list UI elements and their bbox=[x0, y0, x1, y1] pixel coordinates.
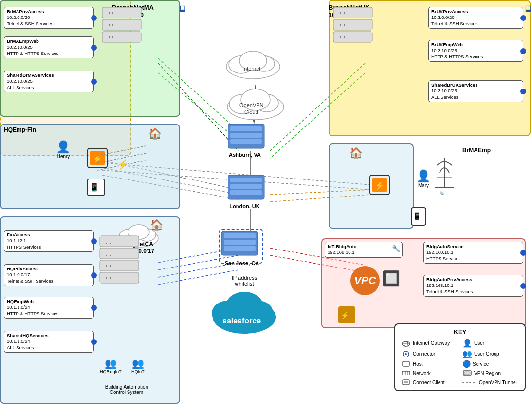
shared-hq-services-box: SharedHQServices 10.1.1.0/24 ALL Service… bbox=[4, 331, 94, 353]
salesforce-cloud: salesforce bbox=[209, 287, 280, 336]
svg-rect-107 bbox=[404, 381, 408, 383]
svg-text:⚡: ⚡ bbox=[375, 181, 385, 190]
building-automation-label: Building AutomationControl System bbox=[97, 384, 156, 395]
internet-cloud: Internet bbox=[224, 46, 282, 80]
iot-connector-device: ⚡ bbox=[336, 304, 358, 327]
key-connect-client: Connect Client bbox=[401, 378, 458, 386]
key-user-group: 👥 User Group bbox=[462, 349, 519, 358]
hq-emp-web-box: HQEmpWeb 10.1.1.0/24 HTTP & HTTPS Servic… bbox=[4, 297, 94, 319]
hqemp-home-icon: 🏠 bbox=[148, 127, 162, 140]
svg-point-92 bbox=[226, 292, 263, 319]
openvpn-cloud: OpenVPN Cloud bbox=[224, 83, 287, 122]
svg-text:⋮⋮: ⋮⋮ bbox=[107, 11, 115, 16]
key-box: KEY Internet Gateway 👤 User Connector 👥 … bbox=[394, 323, 526, 391]
br-uk-emp-web-box: BrUKEmpWeb 10.3.10.0/25 HTTP & HTTPS Ser… bbox=[428, 40, 523, 62]
hq-bldg-iot: 👥 HQBldgIoT bbox=[100, 357, 122, 374]
ma-server-stack: ⋮⋮ ⋮⋮ ⋮⋮ bbox=[100, 5, 144, 112]
svg-text:OpenVPN: OpenVPN bbox=[239, 102, 264, 108]
bldg-auto-service-box: BldgAutoService 192.168.10.1 HTTPS Servi… bbox=[423, 242, 523, 264]
fin-access-box: FinAccess 10.1.12.1 HTTPS Services bbox=[4, 230, 94, 252]
diagram-container: BranchNetMA 10.2.0.0/20 🖥 BrMAPrivAccess… bbox=[0, 0, 532, 411]
svg-text:salesforce: salesforce bbox=[222, 317, 261, 325]
sanjose-server bbox=[221, 231, 260, 260]
hq-iot: 👥 HQIoT bbox=[131, 357, 145, 374]
key-connector: Connector bbox=[401, 349, 458, 358]
svg-text:📱: 📱 bbox=[413, 212, 422, 220]
br-ma-emp-web-box: BrMAEmpWeb 10.2.10.0/25 HTTP & HTTPS Ser… bbox=[4, 36, 94, 58]
key-service: 🔵 Service bbox=[462, 360, 519, 368]
svg-text:Cloud: Cloud bbox=[244, 109, 258, 115]
key-host: Host bbox=[401, 360, 458, 368]
svg-text:⋮⋮: ⋮⋮ bbox=[338, 36, 346, 40]
svg-line-62 bbox=[97, 146, 146, 156]
bldg-auto-priv-access-box: BldgAutoPrivAccess 192.168.10.1 Telnet &… bbox=[423, 275, 523, 297]
shared-br-uk-services-box: SharedBrUKServices 10.3.10.0/25 ALL Serv… bbox=[428, 80, 523, 102]
svg-text:⋮⋮: ⋮⋮ bbox=[338, 23, 346, 28]
key-openvpn-tunnel: OpenVPN Tunnel bbox=[462, 378, 519, 386]
hqemp-fin-label: HQEmp-Fin bbox=[4, 126, 36, 133]
antenna-tower: 📡 bbox=[432, 156, 457, 195]
london-label: London, UK bbox=[221, 203, 268, 209]
svg-text:⋮⋮: ⋮⋮ bbox=[338, 11, 346, 16]
svg-text:📡: 📡 bbox=[440, 191, 444, 195]
brmaem-device: 📱 bbox=[409, 207, 428, 227]
uk-server-stack: ⋮⋮ ⋮⋮ ⋮⋮ bbox=[331, 5, 375, 112]
svg-text:⋮⋮: ⋮⋮ bbox=[105, 252, 112, 256]
svg-text:⋮⋮: ⋮⋮ bbox=[105, 264, 112, 268]
hqemp-connections: ⚡ bbox=[97, 141, 156, 190]
svg-text:⋮⋮: ⋮⋮ bbox=[107, 36, 115, 40]
svg-text:⋮⋮: ⋮⋮ bbox=[105, 276, 112, 281]
sanjose-label: San Jose, CA bbox=[218, 260, 266, 266]
svg-rect-46 bbox=[230, 126, 262, 131]
key-user: 👤 User bbox=[462, 339, 519, 348]
ashburn-label: Ashburn, VA bbox=[223, 152, 267, 158]
svg-rect-54 bbox=[224, 233, 256, 238]
vpc-badge: VPC bbox=[350, 266, 380, 295]
shared-br-ma-services-box: SharedBrMAServices 10.2.10.0/25 ALL Serv… bbox=[4, 71, 94, 92]
iot-bldg-auto-box: IoT-BldgAuto 192.168.10.1 🔧 bbox=[325, 242, 403, 258]
svg-text:⚡: ⚡ bbox=[341, 311, 349, 320]
ip-whitelist-label: IP addresswhitelist bbox=[210, 275, 278, 286]
brmaem-label: BrMAEmp bbox=[462, 147, 491, 154]
svg-text:⋮⋮: ⋮⋮ bbox=[107, 23, 115, 28]
key-vpn-region: VPN Region bbox=[462, 369, 519, 377]
svg-rect-48 bbox=[230, 139, 262, 144]
branch-uk-network-icon: 🖥 bbox=[523, 4, 532, 14]
ashburn-server bbox=[228, 124, 267, 153]
hqnet-server-stack: ⋮⋮ ⋮⋮ ⋮⋮ ⋮⋮ bbox=[97, 233, 141, 340]
svg-rect-50 bbox=[230, 178, 262, 182]
svg-rect-99 bbox=[403, 361, 409, 366]
svg-rect-56 bbox=[224, 246, 256, 251]
iot-chip-icon: 🔲 bbox=[382, 270, 400, 287]
svg-point-98 bbox=[405, 353, 407, 355]
svg-rect-105 bbox=[464, 372, 470, 375]
svg-text:⋮⋮: ⋮⋮ bbox=[105, 240, 112, 244]
svg-text:Internet: Internet bbox=[242, 66, 260, 71]
hq-priv-access-box: HQPrivAccess 10.1.0.0/17 Telnet & SSH Se… bbox=[4, 264, 94, 286]
branch-ma-network-icon: 🖥 bbox=[178, 4, 186, 14]
br-ma-priv-access-box: BrMAPrivAccess 10.2.0.0/20 Telnet & SSH … bbox=[4, 7, 94, 29]
henry-person: 👤 Henry bbox=[51, 140, 75, 159]
svg-text:⚡: ⚡ bbox=[117, 159, 129, 170]
svg-rect-55 bbox=[224, 240, 256, 245]
brmaem-home-icon: 🏠 bbox=[349, 147, 363, 160]
key-internet-gateway: Internet Gateway bbox=[401, 339, 458, 348]
svg-rect-47 bbox=[230, 133, 262, 138]
brmaem-connector: ⚡ bbox=[367, 173, 392, 198]
london-server bbox=[228, 175, 267, 204]
br-uk-priv-access-box: BrUKPrivAccess 10.3.0.0/20 Telnet & SSH … bbox=[428, 7, 523, 29]
svg-rect-51 bbox=[230, 184, 262, 189]
svg-rect-52 bbox=[230, 190, 262, 195]
key-network: Network bbox=[401, 369, 458, 377]
